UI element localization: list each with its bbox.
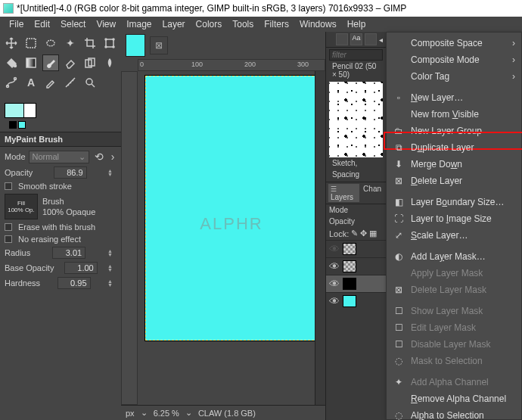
tool-path-icon[interactable] — [3, 74, 20, 91]
brush-label: Brush — [42, 197, 95, 206]
ctx-color-tag[interactable]: Color Tag — [387, 68, 521, 85]
tool-free-select-icon[interactable] — [42, 35, 59, 51]
ctx-layer-to-image[interactable]: ⛶Layer to Image Size — [387, 210, 521, 227]
ctx-layer-boundary[interactable]: ◧Layer Boundary Size… — [387, 194, 521, 210]
menu-tools[interactable]: Tools — [228, 17, 258, 31]
visibility-icon[interactable]: 👁 — [329, 260, 340, 272]
baseop-stepper[interactable]: ▲▼ — [107, 264, 117, 272]
radius-value[interactable]: 3.01 — [52, 247, 85, 259]
tool-fuzzy-select-icon[interactable]: ✦ — [62, 35, 79, 51]
reset-icon[interactable]: ⟲ — [92, 150, 106, 163]
tool-text-icon[interactable]: A — [23, 74, 39, 91]
menu-colors[interactable]: Colors — [191, 17, 227, 31]
dock-icon[interactable] — [336, 33, 348, 45]
brush-grid[interactable] — [329, 82, 383, 157]
menu-filters[interactable]: Filters — [259, 17, 294, 31]
tool-crop-icon[interactable] — [82, 35, 98, 51]
menu-view[interactable]: View — [92, 17, 120, 31]
layer-row[interactable]: 👁 — [326, 275, 386, 292]
dock-menu-icon[interactable]: ◂ — [379, 36, 383, 44]
ctx-add-mask[interactable]: ◐Add Layer Mask… — [387, 248, 521, 265]
ctx-composite-space[interactable]: Composite Space — [387, 35, 521, 51]
baseop-value[interactable]: 1.00 — [64, 262, 98, 274]
document-close-icon[interactable]: ⊠ — [150, 36, 168, 54]
tool-measure-icon[interactable] — [62, 74, 79, 91]
brush-thumb[interactable]: Fill 100% Op. — [5, 194, 38, 219]
opacity-stepper[interactable]: ▲▼ — [107, 169, 117, 176]
mode-select[interactable]: Normal⌄ — [29, 151, 89, 163]
dock-icon[interactable] — [365, 33, 377, 45]
recent-color-cyan[interactable] — [18, 121, 26, 129]
menu-file[interactable]: File — [5, 17, 28, 31]
tool-mypaint-brush-icon[interactable] — [42, 54, 59, 71]
visibility-icon[interactable]: 👁 — [329, 243, 340, 255]
canvas-panel: ⊠ 0 100 200 300 ALPHR px⌄ 6.25 %⌄ CLAW (… — [121, 32, 325, 420]
lock-pixels-icon[interactable]: ✎ — [351, 229, 358, 238]
ctx-disable-mask: ☐Disable Layer Mask — [387, 336, 521, 353]
menu-help[interactable]: Help — [343, 17, 371, 31]
tool-eraser-icon[interactable] — [62, 54, 79, 71]
tool-transform-icon[interactable] — [101, 35, 118, 51]
foreground-swatch[interactable] — [5, 103, 24, 118]
scrollbar-vertical[interactable] — [315, 71, 325, 405]
ctx-merge-down[interactable]: ⬇Merge Down — [387, 156, 521, 173]
layer-row[interactable]: 👁 — [326, 292, 386, 310]
tool-smudge-icon[interactable] — [101, 54, 118, 71]
tool-rect-select-icon[interactable] — [23, 35, 39, 51]
layer-mode-label: Mode — [326, 204, 386, 216]
tool-clone-icon[interactable] — [82, 54, 98, 71]
document-tab[interactable] — [126, 34, 145, 57]
tab-channels[interactable]: Chan — [361, 184, 384, 202]
ctx-alpha-to-sel[interactable]: ◌Alpha to Selection — [387, 407, 521, 420]
menu-windows[interactable]: Windows — [295, 17, 341, 31]
visibility-icon[interactable]: 👁 — [329, 295, 340, 307]
dock-icon[interactable]: Aa — [350, 33, 362, 45]
lock-alpha-icon[interactable]: ▦ — [369, 229, 377, 238]
ctx-composite-mode[interactable]: Composite Mode — [387, 51, 521, 68]
svg-rect-7 — [26, 58, 36, 67]
opacity-value[interactable]: 86.9 — [54, 166, 87, 179]
tool-zoom-icon[interactable] — [82, 74, 98, 91]
menu-image[interactable]: Image — [122, 17, 156, 31]
menu-layer[interactable]: Layer — [158, 17, 190, 31]
noerase-checkbox[interactable] — [5, 235, 12, 243]
chevron-icon[interactable]: › — [109, 150, 117, 163]
recent-color-black[interactable] — [9, 121, 17, 129]
filter-input[interactable]: filter — [329, 49, 383, 61]
ctx-new-layer[interactable]: ▫New Layer… — [387, 89, 521, 106]
canvas[interactable]: ALPHR — [138, 71, 315, 405]
page[interactable]: ALPHR — [145, 76, 315, 341]
noerase-label: No erasing effect — [18, 235, 81, 244]
watermark: ALPHR — [146, 214, 315, 234]
menu-edit[interactable]: Edit — [30, 17, 54, 31]
lock-position-icon[interactable]: ✥ — [360, 229, 367, 238]
radius-stepper[interactable]: ▲▼ — [107, 249, 117, 257]
ctx-duplicate-layer[interactable]: ⧉Duplicate Layer — [387, 139, 521, 156]
status-bar: px⌄ 6.25 %⌄ CLAW (1.8 GB) — [121, 405, 325, 420]
ctx-new-layer-group[interactable]: 🗀New Layer Group — [387, 123, 521, 139]
layer-opacity-label: Opacity — [326, 216, 386, 227]
tool-gradient-icon[interactable] — [23, 54, 39, 71]
brush-desc: 100% Opaque — [42, 207, 95, 216]
smooth-checkbox[interactable] — [5, 182, 12, 190]
erase-checkbox[interactable] — [5, 223, 12, 231]
ctx-remove-alpha[interactable]: Remove Alpha Channel — [387, 390, 521, 407]
tool-move-icon[interactable] — [3, 35, 20, 51]
tab-layers[interactable]: ☰ Layers — [328, 184, 359, 202]
hardness-stepper[interactable]: ▲▼ — [107, 279, 117, 287]
ctx-delete-layer[interactable]: ⊠Delete Layer — [387, 173, 521, 189]
layer-row[interactable]: 👁 — [326, 257, 386, 275]
tool-picker-icon[interactable] — [42, 74, 59, 91]
unit-select[interactable]: px — [126, 409, 135, 418]
menu-select[interactable]: Select — [56, 17, 90, 31]
ctx-mask-to-sel: ◌Mask to Selection — [387, 353, 521, 369]
hardness-value[interactable]: 0.95 — [57, 277, 91, 289]
zoom-select[interactable]: 6.25 % — [154, 409, 179, 418]
color-swatches[interactable] — [0, 94, 121, 121]
visibility-icon[interactable]: 👁 — [329, 278, 340, 290]
right-dock: Aa ◂ filter Pencil 02 (50 × 50) Sketch, … — [325, 32, 386, 420]
tool-bucket-icon[interactable] — [3, 54, 20, 71]
ctx-scale-layer[interactable]: ⤢Scale Layer… — [387, 227, 521, 244]
layer-row[interactable]: 👁 — [326, 240, 386, 257]
ctx-new-from-visible[interactable]: New from Visible — [387, 106, 521, 123]
